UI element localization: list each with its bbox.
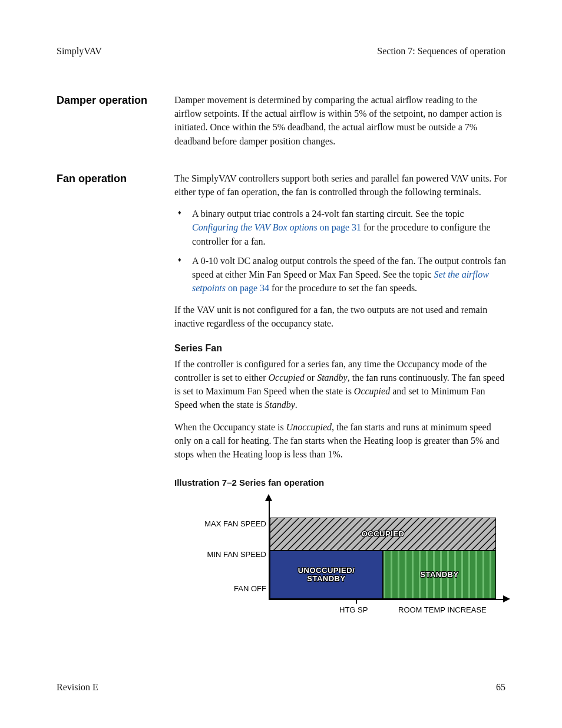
- region-occupied: OCCUPIED: [270, 518, 496, 551]
- footer-page-number: 65: [496, 682, 505, 693]
- ylabel-max: MAX FAN SPEED: [184, 519, 266, 530]
- header-left: SimplyVAV: [57, 46, 102, 57]
- series-fan-chart: MAX FAN SPEED MIN FAN SPEED FAN OFF OCCU…: [180, 499, 510, 622]
- link-config-vav-box-page[interactable]: on page 31: [318, 222, 361, 232]
- page: SimplyVAV Section 7: Sequences of operat…: [0, 0, 562, 728]
- sp1b: or: [305, 373, 317, 383]
- body-damper: Damper movement is determined by compari…: [174, 93, 505, 156]
- region-standby-label: STANDBY: [420, 571, 458, 579]
- figure-caption: Illustration 7–2 Series fan operation: [174, 476, 510, 489]
- ylabel-off: FAN OFF: [184, 584, 266, 595]
- ylabel-min: MIN FAN SPEED: [184, 549, 266, 561]
- fan-bullet-list: A binary output triac controls a 24-volt…: [174, 207, 510, 295]
- series-fan-p1: If the controller is configured for a se…: [174, 357, 510, 412]
- body-fan: The SimplyVAV controllers support both s…: [174, 172, 510, 622]
- fan-afterlist: If the VAV unit is not configured for a …: [174, 303, 510, 330]
- section-fan: Fan operation The SimplyVAV controllers …: [57, 172, 505, 622]
- sp1e: .: [295, 400, 297, 410]
- running-header: SimplyVAV Section 7: Sequences of operat…: [57, 46, 505, 57]
- bullet1-pre: A binary output triac controls a 24-volt…: [192, 209, 464, 219]
- xlabel-htgsp: HTG SP: [339, 605, 368, 616]
- bullet2-post: for the procedure to set the fan speeds.: [269, 283, 417, 293]
- region-unoccupied-standby: UNOCCUPIED/ STANDBY: [270, 551, 383, 599]
- subheading-series-fan: Series Fan: [174, 341, 510, 355]
- region-unocc-label: UNOCCUPIED/ STANDBY: [298, 566, 355, 584]
- sp2a: When the Occupancy state is: [174, 422, 286, 432]
- page-footer: Revision E 65: [57, 682, 505, 693]
- xlabel-roomtemp: ROOM TEMP INCREASE: [398, 605, 487, 616]
- section-damper: Damper operation Damper movement is dete…: [57, 93, 505, 156]
- x-tick-htgsp: [356, 599, 357, 604]
- link-config-vav-box[interactable]: Configuring the VAV Box options: [192, 222, 318, 232]
- fan-bullet-1: A binary output triac controls a 24-volt…: [186, 207, 510, 248]
- region-occupied-label: OCCUPIED: [362, 530, 405, 538]
- heading-fan: Fan operation: [57, 172, 174, 186]
- sp2-unocc: Unoccupied: [286, 422, 332, 432]
- fan-bullet-2: A 0-10 volt DC analog output controls th…: [186, 254, 510, 295]
- link-airflow-setpoints-page[interactable]: on page 34: [226, 283, 269, 293]
- x-axis-arrow-icon: [503, 595, 510, 602]
- damper-paragraph: Damper movement is determined by compari…: [174, 93, 505, 148]
- series-fan-p2: When the Occupancy state is Unoccupied, …: [174, 420, 510, 462]
- sp1-occ2: Occupied: [354, 386, 390, 396]
- footer-revision: Revision E: [57, 682, 98, 693]
- fan-intro: The SimplyVAV controllers support both s…: [174, 172, 510, 199]
- heading-damper: Damper operation: [57, 93, 174, 107]
- sp1-stb: Standby: [317, 373, 348, 383]
- sp1-occ: Occupied: [269, 373, 305, 383]
- region-standby: STANDBY: [383, 551, 496, 599]
- header-right: Section 7: Sequences of operation: [377, 46, 505, 57]
- sp1-stb2: Standby: [265, 400, 295, 410]
